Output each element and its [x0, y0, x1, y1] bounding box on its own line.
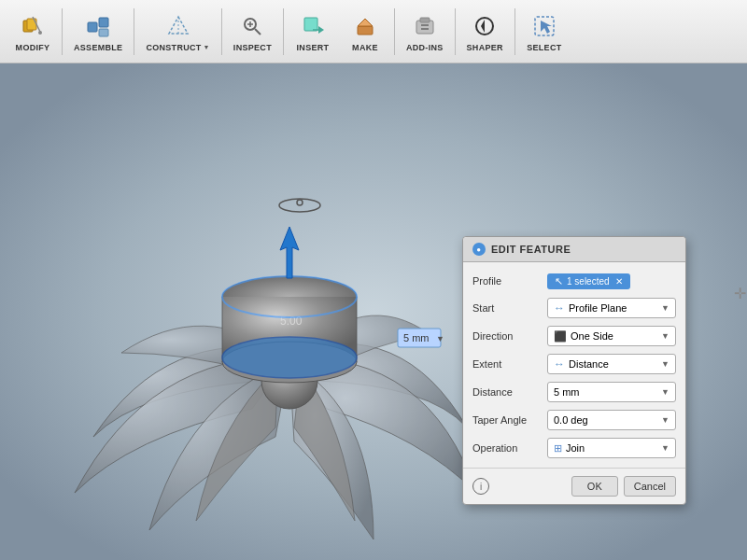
- panel-row-operation: Operation ⊞ Join ▼: [463, 434, 685, 462]
- svg-marker-15: [318, 26, 324, 34]
- svg-text:▼: ▼: [436, 334, 444, 343]
- inspect-icon: [237, 11, 267, 41]
- distance-dropdown[interactable]: 5 mm ▼: [547, 382, 676, 402]
- insert-label: INSERT: [297, 43, 330, 52]
- toolbar-divider-2: [134, 8, 134, 55]
- svg-line-10: [255, 29, 261, 35]
- svg-point-35: [222, 337, 357, 378]
- panel-row-taper-angle: Taper Angle 0.0 deg ▼: [463, 406, 685, 434]
- toolbar: MODIFY ASSEMBLE CONSTRUCT▼: [0, 0, 747, 63]
- extent-dropdown-arrow: ▼: [661, 359, 669, 369]
- toolbar-item-construct[interactable]: CONSTRUCT▼: [138, 5, 217, 59]
- construct-icon: [163, 11, 193, 41]
- panel-row-distance: Distance 5 mm ▼: [463, 378, 685, 406]
- profile-clear-button[interactable]: ✕: [615, 276, 623, 287]
- panel-body: Profile ↖ 1 selected ✕ Start ↔ Pr: [463, 262, 685, 468]
- toolbar-item-shaper[interactable]: SHAPER: [459, 5, 511, 59]
- profile-control: ↖ 1 selected ✕: [547, 273, 676, 289]
- taper-angle-label: Taper Angle: [472, 414, 547, 426]
- svg-rect-5: [99, 18, 108, 27]
- distance-label: Distance: [472, 386, 547, 398]
- distance-control[interactable]: 5 mm ▼: [547, 382, 676, 402]
- svg-rect-19: [420, 18, 430, 22]
- operation-label: Operation: [472, 442, 547, 454]
- extent-control[interactable]: ↔ Distance ▼: [547, 354, 676, 374]
- svg-text:5 mm: 5 mm: [403, 332, 430, 343]
- info-button[interactable]: i: [472, 478, 489, 495]
- make-label: MAKE: [352, 43, 378, 52]
- direction-dropdown-arrow: ▼: [661, 331, 669, 341]
- operation-dropdown[interactable]: ⊞ Join ▼: [547, 438, 676, 458]
- toolbar-divider-7: [514, 8, 515, 55]
- insert-icon: [298, 11, 328, 41]
- svg-rect-6: [99, 29, 108, 36]
- add-ins-label: ADD-INS: [406, 43, 444, 52]
- svg-rect-13: [304, 18, 317, 31]
- construct-label: CONSTRUCT▼: [146, 43, 209, 52]
- svg-marker-25: [541, 21, 552, 34]
- direction-label: Direction: [472, 330, 547, 342]
- toolbar-item-assemble[interactable]: ASSEMBLE: [66, 5, 130, 59]
- svg-rect-4: [88, 22, 97, 32]
- toolbar-divider-6: [455, 8, 456, 55]
- svg-point-3: [38, 31, 42, 35]
- inspect-label: INSPECT: [233, 43, 272, 52]
- toolbar-item-inspect[interactable]: INSPECT: [226, 5, 279, 59]
- cancel-button[interactable]: Cancel: [624, 476, 676, 497]
- toolbar-item-insert[interactable]: INSERT: [288, 5, 338, 59]
- toolbar-item-make[interactable]: MAKE: [340, 5, 390, 59]
- panel-row-profile: Profile ↖ 1 selected ✕: [463, 268, 685, 294]
- modify-icon: [18, 11, 48, 41]
- make-icon: [350, 11, 380, 41]
- viewport[interactable]: 5.00 5 mm ▼ ✛ ● EDIT FEATURE Profile: [0, 63, 747, 560]
- assemble-label: ASSEMBLE: [74, 43, 122, 52]
- direction-dropdown[interactable]: ⬛ One Side ▼: [547, 326, 676, 346]
- svg-rect-16: [358, 26, 373, 35]
- modify-label: MODIFY: [16, 43, 50, 52]
- svg-marker-17: [358, 19, 373, 26]
- panel-row-extent: Extent ↔ Distance ▼: [463, 350, 685, 378]
- panel-footer: i OK Cancel: [463, 468, 685, 504]
- start-dropdown-arrow: ▼: [661, 303, 669, 313]
- extent-label: Extent: [472, 358, 547, 370]
- start-label: Start: [472, 302, 547, 314]
- distance-dropdown-arrow: ▼: [661, 387, 669, 397]
- select-label: SELECT: [527, 43, 561, 52]
- button-group: OK Cancel: [571, 476, 676, 497]
- panel-header: ● EDIT FEATURE: [463, 237, 685, 262]
- panel-title: EDIT FEATURE: [491, 244, 571, 255]
- taper-angle-dropdown-arrow: ▼: [661, 415, 669, 425]
- panel-row-direction: Direction ⬛ One Side ▼: [463, 322, 685, 350]
- assemble-icon: [83, 11, 113, 41]
- panel-header-icon: ●: [472, 243, 486, 256]
- start-control[interactable]: ↔ Profile Plane ▼: [547, 298, 676, 318]
- panel-row-start: Start ↔ Profile Plane ▼: [463, 294, 685, 322]
- add-ins-icon: [410, 11, 440, 41]
- toolbar-item-modify[interactable]: MODIFY: [7, 5, 58, 59]
- taper-angle-dropdown[interactable]: 0.0 deg ▼: [547, 410, 676, 430]
- operation-control[interactable]: ⊞ Join ▼: [547, 438, 676, 458]
- edit-feature-panel: ● EDIT FEATURE Profile ↖ 1 selected ✕ St…: [462, 236, 686, 505]
- operation-dropdown-arrow: ▼: [661, 443, 669, 453]
- profile-badge[interactable]: ↖ 1 selected ✕: [547, 273, 630, 289]
- svg-marker-23: [481, 20, 485, 33]
- select-icon: [529, 11, 559, 41]
- start-dropdown[interactable]: ↔ Profile Plane ▼: [547, 298, 676, 318]
- profile-label: Profile: [472, 275, 547, 287]
- extent-dropdown[interactable]: ↔ Distance ▼: [547, 354, 676, 374]
- toolbar-item-add-ins[interactable]: ADD-INS: [399, 5, 451, 59]
- toolbar-divider-5: [394, 8, 395, 55]
- toolbar-divider-3: [221, 8, 222, 55]
- toolbar-divider-4: [283, 8, 284, 55]
- cursor-indicator: ✛: [734, 285, 740, 290]
- shaper-icon: [470, 11, 500, 41]
- toolbar-divider-1: [62, 8, 63, 55]
- direction-control[interactable]: ⬛ One Side ▼: [547, 326, 676, 346]
- taper-angle-control[interactable]: 0.0 deg ▼: [547, 410, 676, 430]
- toolbar-item-select[interactable]: SELECT: [519, 5, 570, 59]
- ok-button[interactable]: OK: [571, 476, 618, 497]
- shaper-label: SHAPER: [467, 43, 503, 52]
